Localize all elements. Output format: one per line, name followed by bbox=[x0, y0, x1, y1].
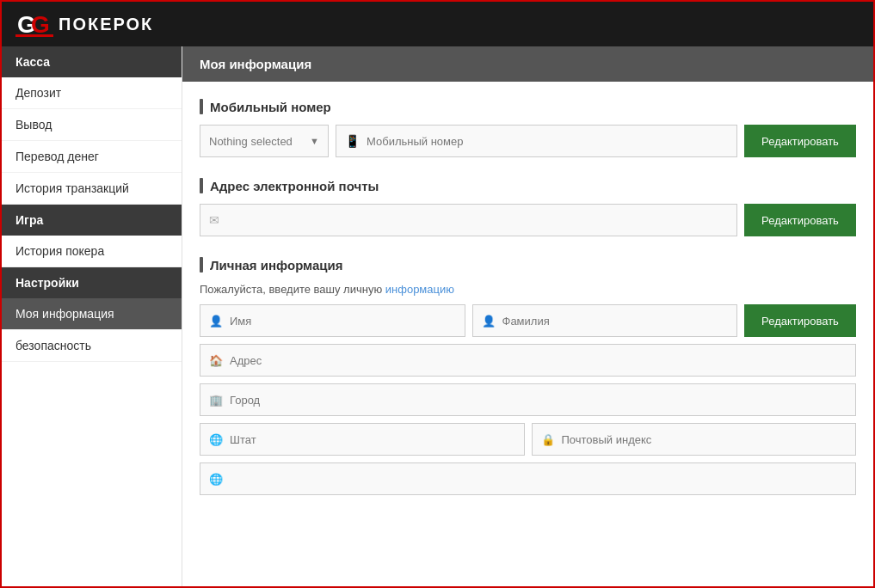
email-section: Адрес электронной почты ✉ Редактировать bbox=[200, 178, 856, 236]
dropdown-label: Nothing selected bbox=[209, 135, 293, 148]
sidebar-section-kassa: Касса bbox=[2, 46, 182, 77]
city-input-wrapper: 🏢 bbox=[200, 383, 856, 416]
home-icon: 🏠 bbox=[209, 354, 223, 367]
lock-icon: 🔒 bbox=[541, 433, 555, 446]
phone-icon: 📱 bbox=[345, 134, 360, 148]
personal-note-text: Пожалуйста, введите вашу личную bbox=[200, 283, 385, 296]
sidebar-item-my-info[interactable]: Моя информация bbox=[2, 298, 182, 330]
body: Касса Депозит Вывод Перевод денег Истори… bbox=[2, 46, 873, 586]
sidebar-item-security[interactable]: безопасность bbox=[2, 330, 182, 362]
sidebar-item-perevod[interactable]: Перевод денег bbox=[2, 141, 182, 173]
personal-section-title: Личная информация bbox=[200, 257, 856, 273]
logo: G G ПОКЕРОК bbox=[15, 9, 153, 40]
svg-rect-3 bbox=[15, 34, 53, 37]
gg-logo-icon: G G bbox=[15, 9, 53, 40]
main-page-title: Моя информация bbox=[182, 46, 873, 82]
country-globe-icon: 🌐 bbox=[209, 473, 223, 486]
sidebar-item-history-poker[interactable]: История покера bbox=[2, 236, 182, 267]
address-input-wrapper: 🏠 bbox=[200, 344, 856, 377]
mobile-input-wrapper: 📱 bbox=[336, 125, 737, 157]
firstname-input[interactable] bbox=[230, 315, 456, 328]
logo-text: ПОКЕРОК bbox=[59, 15, 153, 34]
city-input[interactable] bbox=[230, 394, 847, 407]
personal-section-row: 👤 👤 Редактировать bbox=[200, 304, 856, 495]
main-body: Мобильный номер Nothing selected ▼ 📱 Ред… bbox=[182, 82, 873, 533]
mobile-form-row: Nothing selected ▼ 📱 Редактировать bbox=[200, 125, 856, 157]
sidebar-item-vyvod[interactable]: Вывод bbox=[2, 109, 182, 141]
address-input[interactable] bbox=[230, 354, 847, 367]
firstname-input-wrapper: 👤 bbox=[200, 304, 465, 337]
city-row: 🏢 bbox=[200, 383, 856, 416]
zip-input[interactable] bbox=[562, 433, 847, 446]
personal-note-link[interactable]: информацию bbox=[385, 283, 454, 296]
sidebar-section-igra: Игра bbox=[2, 205, 182, 236]
state-input[interactable] bbox=[230, 433, 515, 446]
sidebar-item-history-tr[interactable]: История транзакций bbox=[2, 173, 182, 205]
email-input-wrapper: ✉ bbox=[200, 204, 737, 236]
country-code-dropdown[interactable]: Nothing selected ▼ bbox=[200, 125, 329, 157]
lastname-input-wrapper: 👤 bbox=[472, 304, 738, 337]
email-section-title: Адрес электронной почты bbox=[200, 178, 856, 193]
person2-icon: 👤 bbox=[482, 315, 496, 328]
personal-edit-button[interactable]: Редактировать bbox=[744, 304, 856, 337]
sidebar-section-nastroyki: Настройки bbox=[2, 267, 182, 298]
country-row: 🌐 bbox=[200, 462, 856, 495]
lastname-input[interactable] bbox=[502, 315, 729, 328]
zip-input-wrapper: 🔒 bbox=[532, 423, 857, 456]
email-input[interactable] bbox=[219, 214, 728, 227]
state-zip-row: 🌐 🔒 bbox=[200, 423, 856, 456]
country-input-wrapper: 🌐 bbox=[200, 462, 856, 495]
chevron-down-icon: ▼ bbox=[310, 136, 319, 146]
mobile-section: Мобильный номер Nothing selected ▼ 📱 Ред… bbox=[200, 99, 856, 157]
name-row: 👤 👤 Редактировать bbox=[200, 304, 856, 337]
personal-section: Личная информация Пожалуйста, введите ва… bbox=[200, 257, 856, 495]
sidebar-item-deposit[interactable]: Депозит bbox=[2, 77, 182, 109]
mobile-number-input[interactable] bbox=[367, 135, 728, 148]
state-input-wrapper: 🌐 bbox=[200, 423, 525, 456]
email-edit-button[interactable]: Редактировать bbox=[744, 204, 856, 236]
globe-icon: 🌐 bbox=[209, 433, 223, 446]
country-input[interactable] bbox=[230, 473, 847, 486]
personal-form: 👤 👤 Редактировать bbox=[200, 304, 856, 495]
address-row: 🏠 bbox=[200, 344, 856, 377]
svg-text:G: G bbox=[31, 11, 50, 38]
mobile-edit-button[interactable]: Редактировать bbox=[744, 125, 856, 157]
main-content: Моя информация Мобильный номер Nothing s… bbox=[182, 46, 873, 586]
email-form-row: ✉ Редактировать bbox=[200, 204, 856, 236]
personal-note: Пожалуйста, введите вашу личную информац… bbox=[200, 283, 856, 296]
mobile-section-title: Мобильный номер bbox=[200, 99, 856, 114]
header: G G ПОКЕРОК bbox=[2, 2, 873, 46]
city-icon: 🏢 bbox=[209, 394, 223, 407]
person-icon: 👤 bbox=[209, 315, 223, 328]
email-icon: ✉ bbox=[209, 213, 219, 227]
sidebar: Касса Депозит Вывод Перевод денег Истори… bbox=[2, 46, 182, 586]
